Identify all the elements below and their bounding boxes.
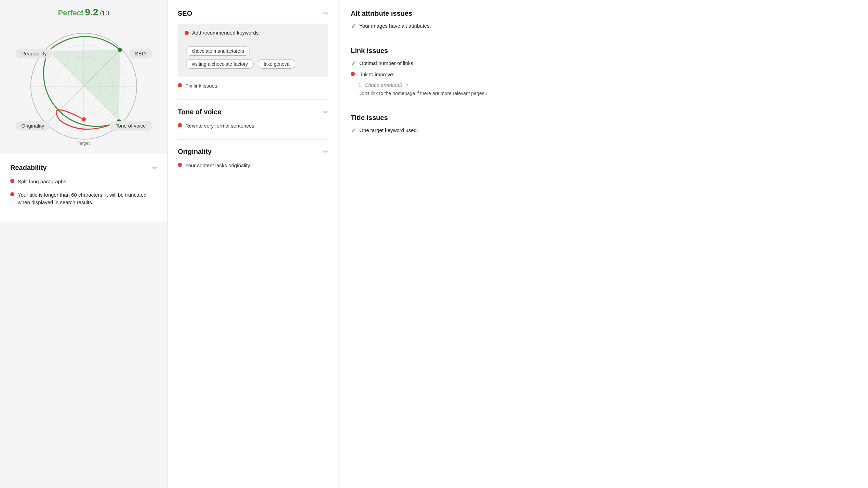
link-improve-detail: 1 Choco emotionS ↗ Don't link to the hom… bbox=[358, 82, 856, 97]
tone-section: Tone of voice ✏ Rewrite very formal sent… bbox=[178, 108, 328, 130]
keyword-tag-3[interactable]: lake geneva bbox=[258, 59, 295, 69]
seo-keywords-block: Add recommended keywords: chocolate manu… bbox=[178, 24, 328, 77]
title-issues-title: Title issues bbox=[351, 114, 856, 122]
tone-title: Tone of voice bbox=[178, 108, 221, 116]
originality-header: Originality ✏ bbox=[178, 148, 328, 156]
link-issues-title: Link issues bbox=[351, 47, 856, 55]
radar-chart: Readability SEO Originality Tone of voic… bbox=[19, 21, 149, 151]
red-dot bbox=[178, 163, 182, 167]
info-icon[interactable]: ℹ bbox=[485, 91, 487, 96]
seo-keywords-label: Add recommended keywords: bbox=[192, 30, 260, 36]
radar-svg bbox=[19, 21, 149, 151]
checkmark-icon: ✓ bbox=[351, 23, 356, 30]
red-dot bbox=[10, 192, 14, 196]
seo-fix-link-text: Fix link issues. bbox=[185, 82, 219, 90]
tone-issue-text-1: Rewrite very formal sentences. bbox=[185, 122, 256, 130]
originality-issue-text-1: Your content lacks originality. bbox=[185, 162, 251, 170]
link-issues-section: Link issues ✓ Optimal number of links Li… bbox=[351, 47, 856, 97]
originality-edit-icon[interactable]: ✏ bbox=[323, 148, 328, 155]
divider-tone-originality bbox=[178, 139, 328, 140]
seo-edit-icon[interactable]: ✏ bbox=[323, 10, 328, 17]
readability-issue-1: Split long paragraphs. bbox=[10, 178, 157, 186]
left-panel: Perfect 9.2 /10 Readability SEO Original… bbox=[0, 0, 168, 488]
score-label: Perfect bbox=[58, 9, 84, 17]
tone-header: Tone of voice ✏ bbox=[178, 108, 328, 116]
readability-header: Readability ✏ bbox=[10, 164, 157, 172]
alt-attribute-text-1: Your images have alt attributes. bbox=[359, 22, 431, 30]
tone-edit-icon[interactable]: ✏ bbox=[323, 109, 328, 115]
link-optimal-item: ✓ Optimal number of links bbox=[351, 60, 856, 67]
right-panel: Alt attribute issues ✓ Your images have … bbox=[338, 0, 868, 488]
link-improve-link-text[interactable]: Choco emotionS bbox=[364, 82, 402, 88]
seo-fix-link-issue: Fix link issues. bbox=[178, 82, 328, 90]
title-issues-section: Title issues ✓ One target keyword used. bbox=[351, 114, 856, 134]
radar-label-readability: Readability bbox=[15, 49, 53, 58]
tone-issue-1: Rewrite very formal sentences. bbox=[178, 122, 328, 130]
readability-title: Readability bbox=[10, 164, 47, 172]
alt-attribute-section: Alt attribute issues ✓ Your images have … bbox=[351, 10, 856, 30]
divider-seo-tone bbox=[178, 100, 328, 100]
red-dot bbox=[351, 72, 355, 76]
divider-link-title bbox=[351, 107, 856, 107]
seo-keywords-issue: Add recommended keywords: bbox=[185, 30, 321, 39]
keyword-tag-1[interactable]: chocolate manufacturers bbox=[186, 46, 250, 56]
seo-title: SEO bbox=[178, 10, 192, 17]
checkmark-icon: ✓ bbox=[351, 127, 356, 134]
external-link-icon: ↗ bbox=[405, 82, 409, 87]
seo-section: SEO ✏ Add recommended keywords: chocolat… bbox=[178, 10, 328, 90]
radar-label-target: Target bbox=[71, 139, 96, 148]
radar-label-originality: Originality bbox=[15, 121, 51, 131]
link-improve-number: 1 bbox=[358, 82, 361, 88]
radar-label-tone: Tone of voice bbox=[109, 121, 152, 131]
score-max: /10 bbox=[100, 9, 109, 17]
svg-point-13 bbox=[82, 117, 86, 121]
link-optimal-text: Optimal number of links bbox=[359, 60, 413, 67]
checkmark-icon: ✓ bbox=[351, 60, 356, 67]
keywords-container: chocolate manufacturers visiting a choco… bbox=[185, 44, 321, 70]
red-dot bbox=[10, 179, 14, 183]
originality-title: Originality bbox=[178, 148, 212, 156]
readability-issue-2: Your title is longer than 60 characters.… bbox=[10, 191, 157, 207]
link-improve-label: Link to improve: bbox=[358, 71, 395, 79]
divider-alt-link bbox=[351, 40, 856, 40]
readability-section: Readability ✏ Split long paragraphs. You… bbox=[0, 154, 167, 222]
keyword-tag-2[interactable]: visiting a chocolate factory bbox=[186, 59, 254, 69]
alt-attribute-item-1: ✓ Your images have alt attributes. bbox=[351, 22, 856, 30]
middle-panel: SEO ✏ Add recommended keywords: chocolat… bbox=[168, 0, 338, 488]
score-area: Perfect 9.2 /10 bbox=[58, 7, 109, 18]
originality-section: Originality ✏ Your content lacks origina… bbox=[178, 148, 328, 170]
seo-header: SEO ✏ bbox=[178, 10, 328, 17]
readability-issue-text-2: Your title is longer than 60 characters.… bbox=[18, 191, 157, 207]
red-dot bbox=[178, 123, 182, 127]
link-improve-header-item: Link to improve: bbox=[351, 71, 856, 79]
link-improve-description: Don't link to the homepage if there are … bbox=[358, 90, 856, 97]
link-improve-desc-text: Don't link to the homepage if there are … bbox=[358, 91, 484, 96]
red-dot bbox=[178, 83, 182, 87]
radar-label-seo: SEO bbox=[129, 49, 152, 58]
score-value: 9.2 bbox=[85, 7, 98, 17]
link-improve-row: 1 Choco emotionS ↗ bbox=[358, 82, 856, 88]
svg-point-10 bbox=[118, 48, 122, 52]
title-issues-text-1: One target keyword used. bbox=[359, 127, 418, 134]
originality-issue-1: Your content lacks originality. bbox=[178, 162, 328, 170]
alt-attribute-title: Alt attribute issues bbox=[351, 10, 856, 17]
red-dot bbox=[185, 31, 189, 35]
readability-edit-icon[interactable]: ✏ bbox=[152, 164, 157, 171]
readability-issue-text-1: Split long paragraphs. bbox=[18, 178, 68, 186]
title-issues-item-1: ✓ One target keyword used. bbox=[351, 127, 856, 134]
